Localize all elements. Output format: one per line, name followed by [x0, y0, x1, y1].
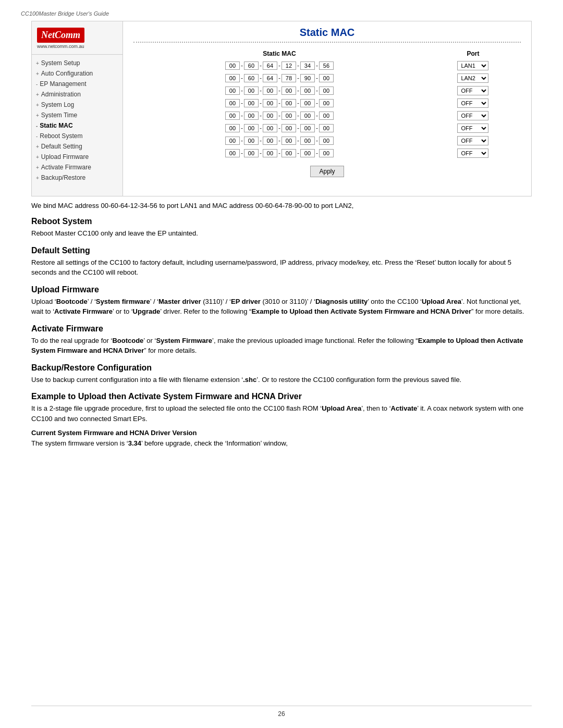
sidebar-item-administration[interactable]: +Administration	[32, 89, 123, 100]
sidebar-item-system-log[interactable]: +System Log	[32, 100, 123, 110]
mac-octet-7-2[interactable]	[263, 149, 277, 157]
mac-octet-7-5[interactable]	[319, 149, 334, 157]
sidebar-item-auto-configuration[interactable]: +Auto Configuration	[32, 68, 123, 79]
mac-octet-7-1[interactable]	[244, 149, 259, 157]
mac-octet-5-4[interactable]	[300, 124, 315, 132]
mac-octet-1-1[interactable]	[244, 74, 259, 82]
sidebar-label: Backup/Restore	[41, 174, 85, 181]
port-select-4[interactable]: LAN1LAN2OFF	[457, 111, 488, 120]
mac-cell: -----	[133, 122, 425, 134]
mac-octet-6-5[interactable]	[319, 137, 334, 145]
mac-octet-0-4[interactable]	[300, 61, 315, 70]
mac-octet-2-5[interactable]	[319, 87, 334, 95]
mac-cell: -----	[133, 147, 425, 159]
mac-octet-3-4[interactable]	[300, 99, 315, 107]
mac-octet-1-5[interactable]	[319, 74, 334, 82]
port-select-2[interactable]: LAN1LAN2OFF	[457, 86, 488, 95]
mac-octet-4-5[interactable]	[319, 112, 334, 120]
sidebar-item-default-setting[interactable]: +Default Setting	[32, 141, 123, 152]
mac-octet-2-2[interactable]	[263, 87, 277, 95]
apply-row: Apply	[133, 159, 521, 180]
mac-octet-5-1[interactable]	[244, 124, 259, 132]
subsection-heading-current-version: Current System Firmware and HCNA Driver …	[31, 429, 532, 437]
mac-octet-4-2[interactable]	[263, 112, 277, 120]
sidebar-icon: -	[36, 133, 38, 139]
sidebar-label: Activate Firmware	[41, 164, 91, 171]
port-select-0[interactable]: LAN1LAN2OFF	[457, 61, 488, 70]
sidebar-scroll: +System Setup+Auto Configuration-EP Mana…	[32, 58, 123, 183]
mac-octet-1-4[interactable]	[300, 74, 315, 82]
mac-octet-5-3[interactable]	[282, 124, 296, 132]
port-select-1[interactable]: LAN1LAN2OFF	[457, 73, 488, 83]
sidebar-item-static-mac[interactable]: -Static MAC	[32, 120, 123, 131]
mac-octet-6-4[interactable]	[300, 137, 315, 145]
sidebar-item-system-time[interactable]: +System Time	[32, 110, 123, 120]
port-select-3[interactable]: LAN1LAN2OFF	[457, 98, 488, 108]
mac-octet-7-4[interactable]	[300, 149, 315, 157]
mac-octet-6-3[interactable]	[282, 137, 296, 145]
mac-octet-4-1[interactable]	[244, 112, 259, 120]
mac-octet-6-2[interactable]	[263, 137, 277, 145]
below-frame: We bind MAC address 00-60-64-12-34-56 to…	[31, 202, 532, 449]
sidebar-icon: -	[36, 123, 38, 129]
port-cell: LAN1LAN2OFF	[425, 134, 521, 147]
sidebar-icon: +	[36, 92, 39, 97]
mac-octet-2-3[interactable]	[282, 87, 296, 95]
mac-octet-2-4[interactable]	[300, 87, 315, 95]
port-select-5[interactable]: LAN1LAN2OFF	[457, 124, 488, 133]
mac-octet-3-3[interactable]	[282, 99, 296, 107]
mac-octet-0-2[interactable]	[263, 61, 277, 70]
mac-octet-5-0[interactable]	[225, 124, 240, 132]
doc-title: CC100Master Bridge User's Guide	[21, 10, 542, 17]
port-select-7[interactable]: LAN1LAN2OFF	[457, 149, 488, 158]
mac-cell: -----	[133, 109, 425, 122]
mac-row: -----LAN1LAN2OFF	[133, 97, 521, 109]
col-header-port: Port	[425, 48, 521, 59]
section-text-example: It is a 2-stage file upgrade procedure, …	[31, 403, 532, 424]
mac-octet-1-0[interactable]	[225, 74, 240, 82]
section-text-default: Restore all settings of the CC100 to fac…	[31, 257, 532, 278]
mac-octet-0-1[interactable]	[244, 61, 259, 70]
mac-cell: -----	[133, 72, 425, 84]
sidebar-icon: +	[36, 165, 39, 170]
mac-separator: -	[297, 125, 299, 132]
mac-octet-1-2[interactable]	[263, 74, 277, 82]
mac-octet-4-3[interactable]	[282, 112, 296, 120]
sidebar-item-upload-firmware[interactable]: +Upload Firmware	[32, 152, 123, 162]
mac-separator: -	[278, 125, 280, 132]
mac-cell: -----	[133, 97, 425, 109]
mac-separator: -	[316, 150, 318, 157]
mac-octet-1-3[interactable]	[282, 74, 296, 82]
mac-separator: -	[316, 75, 318, 82]
mac-octet-6-0[interactable]	[225, 137, 240, 145]
mac-octet-7-0[interactable]	[225, 149, 240, 157]
mac-row: -----LAN1LAN2OFF	[133, 109, 521, 122]
mac-octet-5-5[interactable]	[319, 124, 334, 132]
mac-octet-3-2[interactable]	[263, 99, 277, 107]
mac-octet-0-3[interactable]	[282, 61, 296, 70]
mac-separator: -	[260, 137, 262, 144]
mac-separator: -	[278, 100, 280, 107]
mac-octet-4-0[interactable]	[225, 112, 240, 120]
sidebar-item-reboot-system[interactable]: -Reboot System	[32, 131, 123, 141]
port-select-6[interactable]: LAN1LAN2OFF	[457, 136, 488, 145]
mac-octet-0-0[interactable]	[225, 61, 240, 70]
port-cell: LAN1LAN2OFF	[425, 109, 521, 122]
sidebar-item-activate-firmware[interactable]: +Activate Firmware	[32, 162, 123, 172]
sidebar-item-backup/restore[interactable]: +Backup/Restore	[32, 172, 123, 183]
mac-octet-4-4[interactable]	[300, 112, 315, 120]
mac-octet-3-5[interactable]	[319, 99, 334, 107]
mac-cell: -----	[133, 59, 425, 72]
sidebar-item-ep-management[interactable]: -EP Management	[32, 79, 123, 89]
mac-octet-2-0[interactable]	[225, 87, 240, 95]
mac-octet-7-3[interactable]	[282, 149, 296, 157]
apply-button[interactable]: Apply	[310, 166, 344, 177]
mac-octet-3-1[interactable]	[244, 99, 259, 107]
mac-octet-0-5[interactable]	[319, 61, 334, 70]
mac-octet-5-2[interactable]	[263, 124, 277, 132]
mac-table-wrapper: Static MAC Port -----LAN1LAN2OFF-----LAN…	[133, 48, 521, 180]
mac-octet-2-1[interactable]	[244, 87, 259, 95]
mac-octet-6-1[interactable]	[244, 137, 259, 145]
sidebar-item-system-setup[interactable]: +System Setup	[32, 58, 123, 68]
mac-octet-3-0[interactable]	[225, 99, 240, 107]
